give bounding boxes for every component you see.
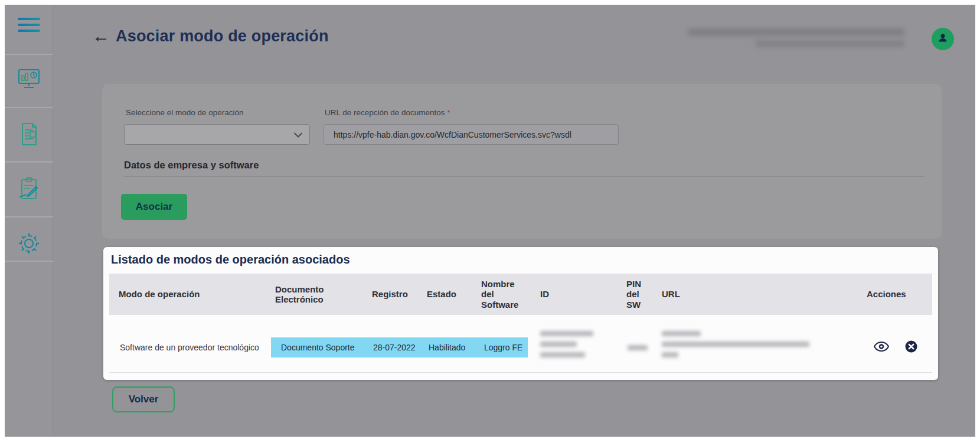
x-circle-icon — [905, 340, 917, 355]
col-documento-electronico: Documento Electrónico — [275, 274, 343, 315]
cell-id-redacted — [540, 331, 593, 336]
user-name-redacted — [688, 28, 904, 36]
eye-icon — [874, 342, 889, 353]
row-divider — [109, 372, 932, 373]
cell-estado: Habilitado — [429, 343, 465, 352]
remove-action-button[interactable] — [903, 340, 919, 355]
table-row: Software de un proveedor tecnológico Doc… — [109, 315, 932, 372]
col-estado: Estado — [427, 274, 468, 315]
cell-modo-de-operacion: Software de un proveedor tecnológico — [120, 343, 259, 352]
person-icon — [936, 31, 949, 47]
clipboard-signature-icon — [16, 176, 42, 204]
cell-id-redacted — [540, 352, 585, 358]
sidebar-divider — [5, 54, 53, 55]
cell-pin-redacted — [628, 345, 648, 350]
mode-select[interactable] — [124, 124, 310, 145]
volver-button[interactable]: Volver — [112, 386, 175, 412]
col-pin-del-sw: PIN del SW — [626, 274, 651, 315]
required-asterisk: * — [447, 108, 450, 117]
asociar-button[interactable]: Asociar — [121, 194, 187, 220]
chevron-down-icon — [294, 129, 302, 140]
cell-nombre-del-software: Loggro FE — [484, 343, 522, 352]
sidebar-divider — [5, 107, 53, 108]
mode-select-label: Seleccione el modo de operación — [126, 108, 244, 117]
cell-registro: 28-07-2022 — [373, 343, 416, 352]
cell-url-redacted — [662, 342, 809, 347]
sidebar-item-documents[interactable] — [5, 122, 53, 149]
url-label-text: URL de recepción de documentos — [325, 108, 445, 117]
hamburger-menu-icon[interactable] — [5, 18, 53, 32]
cell-documento-electronico: Documento Soporte — [281, 343, 355, 352]
sidebar-item-settings[interactable] — [5, 232, 53, 258]
col-registro: Registro — [372, 274, 419, 315]
settings-gear-icon — [17, 232, 41, 258]
document-icon — [17, 122, 41, 149]
list-title: Listado de modos de operación asociados — [111, 253, 350, 266]
col-modo-de-operacion: Modo de operación — [119, 274, 225, 315]
col-url: URL — [662, 274, 815, 315]
table-header-row: Modo de operación Documento Electrónico … — [109, 274, 932, 315]
back-arrow-icon[interactable]: ← — [92, 26, 110, 46]
cell-id-redacted — [540, 342, 577, 347]
sidebar — [5, 5, 53, 437]
user-avatar[interactable] — [932, 28, 954, 50]
page-title: Asociar modo de operación — [116, 27, 329, 46]
sidebar-item-dashboard[interactable] — [5, 67, 53, 93]
sidebar-divider — [5, 216, 53, 217]
sidebar-divider — [5, 161, 53, 162]
company-software-section-title: Datos de empresa y software — [124, 160, 259, 171]
sidebar-item-registration[interactable] — [5, 176, 53, 204]
col-id: ID — [540, 274, 605, 315]
cell-url-redacted — [662, 352, 678, 358]
url-reception-input[interactable] — [324, 124, 619, 145]
sidebar-divider — [5, 261, 53, 262]
col-acciones: Acciones — [867, 274, 932, 315]
dashboard-monitor-icon — [16, 67, 42, 93]
user-role-redacted — [756, 41, 904, 47]
view-action-button[interactable] — [874, 340, 889, 355]
url-field-label: URL de recepción de documentos * — [325, 108, 450, 117]
cell-url-redacted — [662, 331, 701, 336]
section-divider — [124, 176, 924, 177]
col-nombre-del-software: Nombre del Software — [481, 274, 530, 315]
